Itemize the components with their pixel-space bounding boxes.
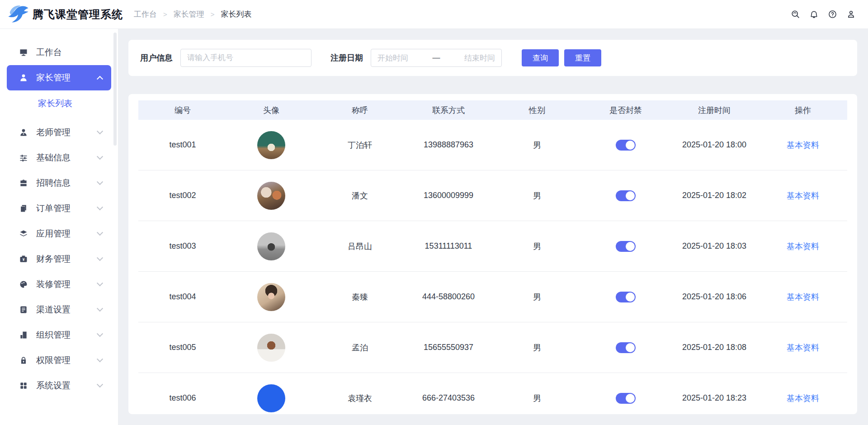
breadcrumb-parent-mgmt[interactable]: 家长管理 [174, 9, 204, 19]
chevron-down-icon [97, 153, 103, 160]
table-row: test005 孟泊 15655550937 男 2025-01-20 18:0… [138, 322, 847, 373]
sidebar-item-monitor[interactable]: 工作台 [7, 40, 111, 65]
chevron-down-icon [97, 179, 103, 185]
row-gender: 男 [493, 190, 581, 201]
toggle-knob [626, 191, 635, 200]
user-icon[interactable] [845, 9, 856, 20]
avatar [257, 232, 285, 260]
row-gender: 男 [493, 393, 581, 404]
row-registered: 2025-01-20 18:00 [670, 140, 759, 150]
reset-button[interactable]: 重置 [564, 49, 601, 66]
sidebar-item-lock[interactable]: 权限管理 [7, 348, 111, 373]
breadcrumb-parent-list: 家长列表 [221, 9, 252, 19]
ban-toggle[interactable] [616, 292, 636, 302]
avatar [257, 182, 285, 210]
breadcrumb-workbench[interactable]: 工作台 [134, 9, 157, 19]
breadcrumb-separator: > [211, 10, 215, 18]
avatar [257, 334, 285, 362]
sidebar-item-apps[interactable]: 系统设置 [7, 373, 111, 398]
sidebar-item-briefcase[interactable]: 招聘信息 [7, 170, 111, 196]
avatar [257, 283, 285, 311]
org-icon [19, 330, 28, 340]
sidebar-item-teacher[interactable]: 老师管理 [7, 120, 111, 145]
layers-icon [19, 229, 28, 239]
bell-icon[interactable] [808, 9, 819, 20]
table-row: test003 吕昂山 15311113011 男 2025-01-20 18:… [138, 221, 847, 272]
user-info-label: 用户信息 [140, 52, 173, 63]
row-id: test004 [138, 292, 227, 302]
palette-icon [19, 279, 28, 289]
col-actions: 操作 [759, 105, 847, 116]
briefcase-icon [19, 178, 28, 188]
sidebar-menu: 工作台 家长管理 家长列表 老师管理 基础信息 招聘信息 订单管理 应用管理 ¥… [0, 40, 118, 398]
sidebar-item-org[interactable]: 组织管理 [7, 322, 111, 348]
table-header-row: 编号 头像 称呼 联系方式 性别 是否封禁 注册时间 操作 [138, 100, 847, 120]
sidebar-item-finance[interactable]: ¥ 财务管理 [7, 246, 111, 272]
row-gender: 男 [493, 292, 581, 302]
toggle-knob [626, 141, 635, 150]
sidebar-item-order[interactable]: 订单管理 [7, 196, 111, 221]
header-actions [790, 9, 856, 20]
table-row: test001 丁泊轩 13988887963 男 2025-01-20 18:… [138, 120, 847, 170]
col-phone: 联系方式 [404, 105, 493, 116]
breadcrumb: 工作台 > 家长管理 > 家长列表 [134, 9, 252, 19]
sidebar-item-parent[interactable]: 家长管理 [7, 65, 111, 90]
search-icon[interactable] [790, 9, 801, 20]
row-gender: 男 [493, 241, 581, 252]
basic-info-link[interactable]: 基本资料 [787, 343, 819, 352]
ban-toggle[interactable] [616, 393, 636, 404]
basic-info-link[interactable]: 基本资料 [787, 293, 819, 302]
basic-info-link[interactable]: 基本资料 [787, 394, 819, 403]
avatar [257, 131, 285, 159]
chevron-down-icon [97, 356, 103, 362]
toggle-knob [626, 293, 635, 302]
row-id: test002 [138, 191, 227, 200]
sliders-icon [19, 153, 28, 163]
logo: 腾飞课堂管理系统 [6, 2, 123, 27]
row-id: test003 [138, 241, 227, 251]
toggle-knob [626, 242, 635, 251]
ban-toggle[interactable] [616, 190, 636, 201]
sidebar-subitem-parent-list[interactable]: 家长列表 [0, 90, 118, 116]
ban-toggle[interactable] [616, 241, 636, 252]
row-phone: 13600009999 [404, 191, 493, 200]
apps-icon [19, 381, 28, 391]
row-id: test006 [138, 393, 227, 403]
row-id: test005 [138, 343, 227, 352]
ban-toggle[interactable] [616, 140, 636, 151]
register-date-label: 注册日期 [330, 52, 363, 63]
basic-info-link[interactable]: 基本资料 [787, 191, 819, 200]
sidebar-item-layers[interactable]: 应用管理 [7, 221, 111, 246]
ban-toggle[interactable] [616, 342, 636, 353]
basic-info-link[interactable]: 基本资料 [787, 141, 819, 150]
row-phone: 666-27403536 [404, 393, 493, 403]
date-end-placeholder[interactable]: 结束时间 [443, 53, 495, 63]
sidebar-item-palette[interactable]: 装修管理 [7, 272, 111, 297]
chevron-up-icon [97, 76, 103, 82]
row-name: 袁瑾衣 [316, 393, 404, 404]
phone-input[interactable] [180, 49, 311, 67]
row-name: 潘文 [316, 190, 404, 201]
row-phone: 13988887963 [404, 140, 493, 150]
date-start-placeholder[interactable]: 开始时间 [377, 53, 430, 63]
col-banned: 是否封禁 [581, 105, 670, 116]
sidebar-item-channel[interactable]: 渠道设置 [7, 297, 111, 322]
row-registered: 2025-01-20 18:06 [670, 292, 759, 302]
col-name: 称呼 [316, 105, 404, 116]
row-gender: 男 [493, 342, 581, 353]
chevron-down-icon [97, 255, 103, 261]
row-registered: 2025-01-20 18:03 [670, 241, 759, 251]
sidebar: 工作台 家长管理 家长列表 老师管理 基础信息 招聘信息 订单管理 应用管理 ¥… [0, 29, 118, 425]
filter-bar: 用户信息 注册日期 开始时间 — 结束时间 查询 重置 [128, 40, 857, 76]
basic-info-link[interactable]: 基本资料 [787, 242, 819, 251]
help-icon[interactable] [827, 9, 838, 20]
row-name: 秦臻 [316, 292, 404, 302]
chevron-down-icon [97, 204, 103, 210]
avatar [257, 384, 285, 412]
parent-table: 编号 头像 称呼 联系方式 性别 是否封禁 注册时间 操作 test001 丁泊… [138, 100, 847, 414]
table-row: test004 秦臻 444-58800260 男 2025-01-20 18:… [138, 272, 847, 322]
date-range-picker[interactable]: 开始时间 — 结束时间 [371, 49, 502, 67]
lock-icon [19, 355, 28, 365]
sidebar-item-sliders[interactable]: 基础信息 [7, 145, 111, 170]
query-button[interactable]: 查询 [522, 49, 559, 66]
